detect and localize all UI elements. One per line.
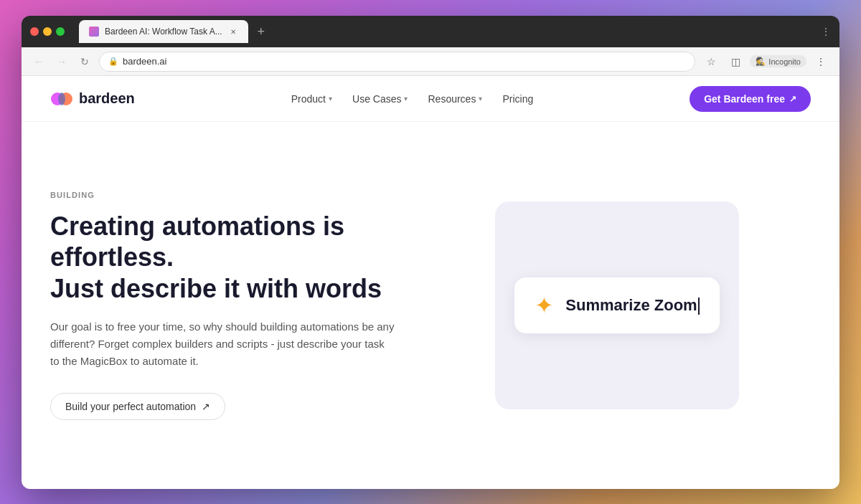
maximize-button[interactable] xyxy=(56,27,65,36)
nav-product-label: Product xyxy=(291,93,326,105)
hero-title-line2: Just describe it with words xyxy=(50,274,382,303)
tab-title: Bardeen AI: Workflow Task A... xyxy=(105,27,222,37)
demo-text-content: Summarize Zoom xyxy=(565,296,697,314)
logo-text: bardeen xyxy=(79,90,135,107)
nav-resources[interactable]: Resources ▾ xyxy=(419,89,491,109)
hero-label: BUILDING xyxy=(50,191,395,199)
site-nav: bardeen Product ▾ Use Cases ▾ Resources … xyxy=(22,76,839,122)
extensions-icon[interactable]: ◫ xyxy=(725,52,745,72)
hero-section: BUILDING Creating automations is effortl… xyxy=(22,122,839,489)
demo-card-outer: ✦ Summarize Zoom xyxy=(495,201,739,409)
url-text: bardeen.ai xyxy=(123,56,166,67)
browser-window: Bardeen AI: Workflow Task A... ✕ + ⋮ ← →… xyxy=(22,16,839,489)
hero-cta-label: Build your perfect automation xyxy=(65,401,196,412)
nav-pricing[interactable]: Pricing xyxy=(494,89,542,109)
resources-chevron-icon: ▾ xyxy=(479,95,482,103)
browser-more-icon[interactable]: ⋮ xyxy=(811,52,831,72)
hero-title-line1: Creating automations is effortless. xyxy=(50,211,344,272)
tab-favicon xyxy=(89,27,99,37)
nav-resources-label: Resources xyxy=(428,93,476,105)
browser-menu-icon[interactable]: ⋮ xyxy=(821,26,831,37)
page-content: bardeen Product ▾ Use Cases ▾ Resources … xyxy=(22,76,839,489)
browser-controls-right: ⋮ xyxy=(821,26,831,37)
title-bar: Bardeen AI: Workflow Task A... ✕ + ⋮ xyxy=(22,16,839,47)
svg-point-2 xyxy=(58,92,65,105)
hero-cta-button[interactable]: Build your perfect automation ↗ xyxy=(50,393,225,420)
sparkle-icon: ✦ xyxy=(535,292,554,319)
hero-left: BUILDING Creating automations is effortl… xyxy=(50,191,423,420)
hero-description: Our goal is to free your time, so why sh… xyxy=(50,318,395,370)
bardeen-logo-icon xyxy=(50,87,73,110)
minimize-button[interactable] xyxy=(43,27,52,36)
lock-icon: 🔒 xyxy=(108,57,118,66)
nav-use-cases[interactable]: Use Cases ▾ xyxy=(344,89,416,109)
forward-button[interactable]: → xyxy=(53,53,70,70)
hero-right: ✦ Summarize Zoom xyxy=(423,201,811,409)
get-bardeen-label: Get Bardeen free xyxy=(704,93,785,105)
nav-bar: ← → ↻ 🔒 bardeen.ai ☆ ◫ 🕵 Incognito ⋮ xyxy=(22,47,839,76)
cursor-blink xyxy=(698,298,700,315)
site-nav-links: Product ▾ Use Cases ▾ Resources ▾ Pricin… xyxy=(283,89,542,109)
tab-bar: Bardeen AI: Workflow Task A... ✕ + xyxy=(79,20,815,43)
incognito-badge[interactable]: 🕵 Incognito xyxy=(750,55,806,67)
nav-use-cases-label: Use Cases xyxy=(352,93,401,105)
tab-close-icon[interactable]: ✕ xyxy=(228,27,238,37)
nav-product[interactable]: Product ▾ xyxy=(283,89,341,109)
bookmark-icon[interactable]: ☆ xyxy=(701,52,721,72)
hero-title: Creating automations is effortless. Just… xyxy=(50,211,395,304)
address-bar[interactable]: 🔒 bardeen.ai xyxy=(99,52,695,72)
back-button[interactable]: ← xyxy=(30,53,47,70)
hero-cta-arrow-icon: ↗ xyxy=(202,401,210,412)
product-chevron-icon: ▾ xyxy=(329,95,332,103)
reload-button[interactable]: ↻ xyxy=(76,53,93,70)
nav-pricing-label: Pricing xyxy=(502,93,533,105)
active-tab[interactable]: Bardeen AI: Workflow Task A... ✕ xyxy=(79,20,248,43)
demo-text: Summarize Zoom xyxy=(565,296,699,315)
nav-right-controls: ☆ ◫ 🕵 Incognito ⋮ xyxy=(701,52,831,72)
get-bardeen-button[interactable]: Get Bardeen free ↗ xyxy=(690,86,811,112)
use-cases-chevron-icon: ▾ xyxy=(404,95,408,103)
demo-card-inner: ✦ Summarize Zoom xyxy=(514,277,719,333)
incognito-label: Incognito xyxy=(768,57,801,66)
close-button[interactable] xyxy=(30,27,39,36)
incognito-icon: 🕵 xyxy=(756,57,766,66)
get-bardeen-arrow-icon: ↗ xyxy=(789,94,796,104)
site-logo[interactable]: bardeen xyxy=(50,87,135,110)
traffic-lights xyxy=(30,27,65,36)
new-tab-button[interactable]: + xyxy=(251,22,271,42)
